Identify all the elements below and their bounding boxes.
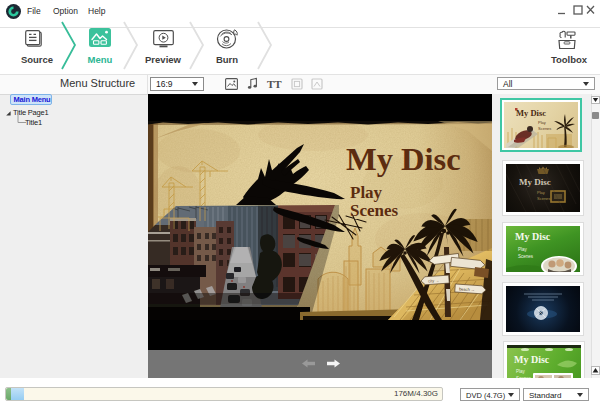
svg-text:Play: Play (350, 183, 383, 202)
svg-text:city →: city → (428, 278, 439, 284)
svg-text:Scenes: Scenes (350, 201, 399, 220)
svg-text:My Disc: My Disc (346, 141, 461, 177)
